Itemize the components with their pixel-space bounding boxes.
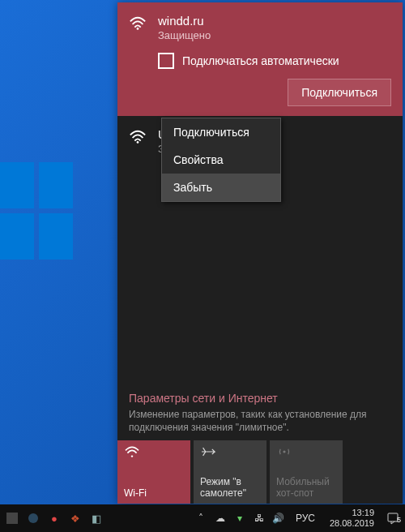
svg-rect-4 <box>6 513 18 524</box>
network-status: Защищено <box>158 29 211 41</box>
tray-volume-icon[interactable]: 🔊 <box>271 511 286 526</box>
settings-description: Изменение параметров, таких как установл… <box>129 408 391 434</box>
connect-button[interactable]: Подключиться <box>288 79 391 106</box>
wifi-icon <box>129 15 147 30</box>
svg-point-2 <box>131 455 133 457</box>
svg-point-1 <box>137 141 139 144</box>
notif-count: 5 <box>397 516 401 524</box>
language-indicator[interactable]: РУС <box>291 513 320 524</box>
taskbar: ● ❖ ◧ ˄ ☁ ▾ 🖧 🔊 РУС 13:19 28.08.2019 5 <box>0 504 405 532</box>
windows-logo <box>0 162 73 260</box>
auto-connect-checkbox[interactable] <box>158 53 174 69</box>
tray-defender-icon[interactable]: ▾ <box>232 511 247 526</box>
svg-point-0 <box>137 28 139 30</box>
taskbar-app-icon[interactable]: ◧ <box>87 509 105 527</box>
taskbar-app-icon[interactable]: ● <box>45 509 63 527</box>
network-settings-link[interactable]: Параметры сети и Интернет Изменение пара… <box>117 384 403 440</box>
svg-point-3 <box>283 450 285 453</box>
wifi-icon <box>129 129 147 144</box>
action-center-icon[interactable]: 5 <box>384 512 402 525</box>
clock[interactable]: 13:19 28.08.2019 <box>325 508 379 529</box>
ctx-properties[interactable]: Свойства <box>162 146 280 174</box>
tile-label: Мобильный хот-спот <box>276 476 336 499</box>
network-item-selected[interactable]: windd.ru Защищено Подключаться автоматич… <box>117 2 403 116</box>
context-menu: Подключиться Свойства Забыть <box>161 118 281 202</box>
auto-connect-label: Подключаться автоматически <box>182 54 339 67</box>
tray-chevron-icon[interactable]: ˄ <box>194 511 208 526</box>
network-list: UKr Защ Подключиться Свойства Забыть <box>117 116 403 166</box>
tray-network-icon[interactable]: 🖧 <box>252 511 266 526</box>
clock-date: 28.08.2019 <box>330 518 374 529</box>
clock-time: 13:19 <box>330 508 374 518</box>
quick-tiles: Wi-Fi Режим "в самолете" Мобильный хот-с… <box>117 440 403 504</box>
taskbar-app-icon[interactable] <box>3 509 21 527</box>
taskbar-app-icon[interactable]: ❖ <box>66 509 84 527</box>
tile-airplane[interactable]: Режим "в самолете" <box>194 440 266 504</box>
taskbar-steam-icon[interactable] <box>24 509 42 527</box>
wifi-icon <box>124 445 184 460</box>
network-name: windd.ru <box>158 14 211 28</box>
tile-hotspot[interactable]: Мобильный хот-спот <box>270 440 343 504</box>
tile-label: Режим "в самолете" <box>200 476 260 499</box>
tray-onedrive-icon[interactable]: ☁ <box>213 511 228 526</box>
tile-wifi[interactable]: Wi-Fi <box>117 440 190 504</box>
tile-label: Wi-Fi <box>124 487 184 499</box>
ctx-connect[interactable]: Подключиться <box>162 118 280 146</box>
auto-connect-row[interactable]: Подключаться автоматически <box>158 53 391 69</box>
svg-point-5 <box>28 513 38 523</box>
settings-title: Параметры сети и Интернет <box>129 392 391 405</box>
hotspot-icon <box>276 445 336 460</box>
ctx-forget[interactable]: Забыть <box>162 174 280 201</box>
airplane-icon <box>200 445 260 460</box>
network-flyout: windd.ru Защищено Подключаться автоматич… <box>117 2 403 504</box>
